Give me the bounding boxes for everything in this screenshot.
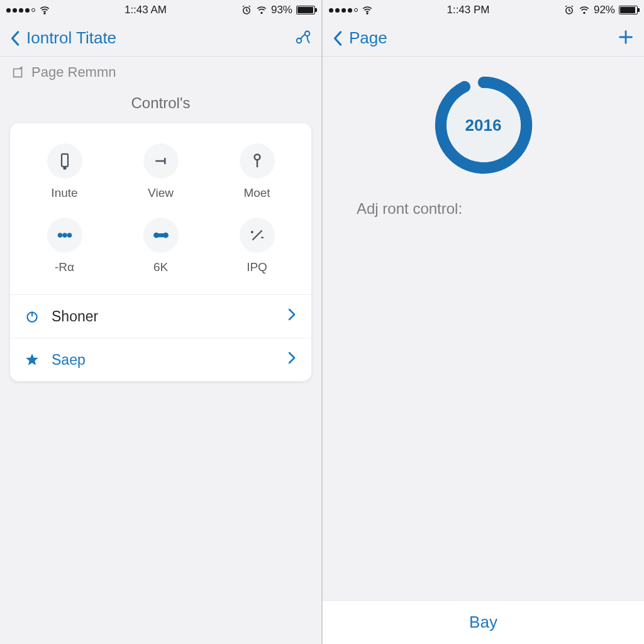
svg-point-12 <box>62 233 66 237</box>
svg-rect-16 <box>156 234 165 237</box>
progress-ring[interactable]: 2016 <box>430 72 537 179</box>
status-time: 1::43 PM <box>447 4 489 16</box>
svg-point-0 <box>44 13 45 14</box>
back-button[interactable]: Page <box>331 28 387 48</box>
grid-label: -Rα <box>55 260 74 274</box>
svg-point-26 <box>584 13 585 14</box>
add-button[interactable] <box>616 28 635 49</box>
arrow-right-icon <box>143 143 179 179</box>
grid-label: Inute <box>51 186 77 200</box>
grid-label: View <box>148 186 174 200</box>
alarm-icon <box>564 4 575 16</box>
plus-icon <box>616 28 635 47</box>
section-title: Control's <box>0 84 321 123</box>
grid-item-6k[interactable]: 6K <box>113 211 209 286</box>
status-bar: 1::43 PM 92% <box>323 0 644 20</box>
list-row-shoner[interactable]: Shoner <box>10 294 311 338</box>
wifi-icon <box>579 4 590 16</box>
svg-rect-5 <box>62 154 68 167</box>
svg-point-11 <box>58 233 62 237</box>
power-icon <box>24 308 40 325</box>
svg-marker-23 <box>26 353 38 365</box>
list-row-saep[interactable]: Saep <box>10 338 311 381</box>
grid-item-ipq[interactable]: IPQ <box>209 211 305 286</box>
body-label: Adj ront control: <box>323 200 462 218</box>
main-content: 2016 Adj ront control: <box>323 57 644 644</box>
svg-point-6 <box>64 167 65 169</box>
chevron-right-icon <box>286 351 297 369</box>
grid-item-inute[interactable]: Inute <box>16 137 113 211</box>
nav-title: Page <box>349 28 387 48</box>
status-time: 1::43 AM <box>125 4 167 16</box>
slider-icon <box>143 218 179 253</box>
wifi-icon <box>256 4 267 16</box>
signal-dots-icon <box>329 8 358 13</box>
nav-action-button[interactable] <box>294 28 313 49</box>
nav-bar: Iontrol Titate <box>0 20 321 57</box>
row-label: Saep <box>52 352 86 369</box>
svg-point-2 <box>261 13 262 14</box>
signal-dots-icon <box>6 8 35 13</box>
row-label: Shoner <box>52 308 98 325</box>
pin-icon <box>240 143 275 179</box>
nav-bar: Page <box>323 20 644 57</box>
back-button[interactable]: Iontrol Titate <box>9 28 116 48</box>
note-icon <box>11 65 25 79</box>
wand-icon <box>240 218 275 253</box>
battery-pct: 92% <box>594 4 615 16</box>
nav-title: Iontrol Titate <box>26 28 116 48</box>
more-icon <box>47 218 82 253</box>
svg-point-3 <box>297 38 302 43</box>
controls-grid: Inute View Moet -Rα 6K IPQ <box>10 123 311 294</box>
svg-point-13 <box>67 233 71 237</box>
share-icon <box>294 28 313 47</box>
chevron-left-icon <box>331 29 345 48</box>
battery-icon <box>296 6 315 14</box>
star-icon <box>24 352 40 368</box>
alarm-icon <box>241 4 252 16</box>
phone-icon <box>47 143 82 179</box>
chevron-left-icon <box>9 29 23 48</box>
svg-point-4 <box>305 31 310 36</box>
wifi-icon <box>362 4 373 16</box>
bottom-button-label: Bay <box>469 613 497 632</box>
grid-item-ra[interactable]: -Rα <box>16 211 113 286</box>
left-screen: 1::43 AM 93% Iontrol Titate Page Remmn C… <box>0 0 321 644</box>
sub-header-label: Page Remmn <box>31 64 116 80</box>
ring-value: 2016 <box>447 88 521 162</box>
sub-header-row[interactable]: Page Remmn <box>0 57 321 84</box>
controls-card: Inute View Moet -Rα 6K IPQ <box>10 123 311 381</box>
grid-label: 6K <box>153 260 168 274</box>
bottom-button[interactable]: Bay <box>323 600 644 644</box>
svg-point-24 <box>367 13 368 14</box>
battery-icon <box>619 6 638 14</box>
right-screen: 1::43 PM 92% Page 2016 Adj ront control:… <box>321 0 644 644</box>
svg-point-9 <box>254 154 260 160</box>
grid-item-view[interactable]: View <box>113 137 209 211</box>
grid-label: IPQ <box>247 260 267 274</box>
chevron-right-icon <box>286 308 297 325</box>
svg-line-17 <box>252 231 262 240</box>
status-bar: 1::43 AM 93% <box>0 0 321 20</box>
grid-item-moet[interactable]: Moet <box>209 137 305 211</box>
battery-pct: 93% <box>271 4 292 16</box>
wifi-icon <box>39 4 50 16</box>
grid-label: Moet <box>243 186 270 200</box>
